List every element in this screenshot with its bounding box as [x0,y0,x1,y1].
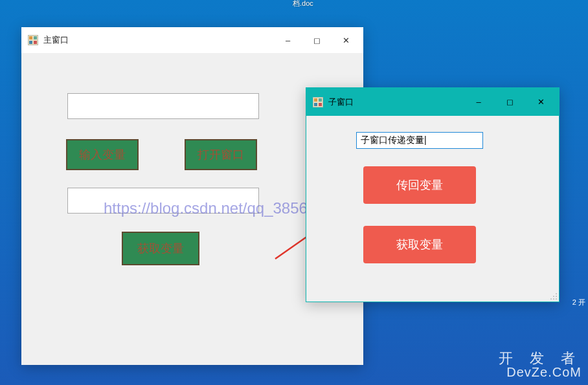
svg-rect-1 [34,36,37,39]
svg-rect-2 [29,41,32,44]
input-variable-button[interactable]: 输入变量 [66,139,139,170]
svg-point-11 [556,296,557,297]
main-window-title: 主窗口 [43,34,273,46]
send-back-variable-button[interactable]: 传回变量 [363,166,476,204]
desktop-side-text: 2 开 [572,298,585,307]
close-button[interactable]: ✕ [332,30,361,50]
minimize-button[interactable]: – [273,30,302,50]
close-button[interactable]: ✕ [525,92,556,113]
svg-rect-6 [319,98,322,102]
winforms-app-icon [28,35,38,45]
winforms-app-icon [313,97,323,107]
branding-cn: 开 发 者 [499,351,582,366]
main-input-bottom[interactable] [67,188,259,214]
svg-point-12 [550,298,552,300]
branding-watermark: 开 发 者 DevZe.CoM [499,351,582,379]
svg-rect-5 [314,98,317,102]
open-window-button[interactable]: 打开窗口 [185,139,257,170]
main-titlebar[interactable]: 主窗口 – ◻ ✕ [21,27,363,53]
minimize-button[interactable]: – [463,92,494,113]
child-window: 子窗口 – ◻ ✕ 传回变量 获取变量 [306,87,560,302]
branding-en: DevZe.CoM [499,366,582,379]
svg-rect-0 [29,36,32,39]
desktop-file-label: 档.doc [293,0,313,8]
main-input-top[interactable] [67,93,259,119]
svg-rect-8 [319,103,322,106]
svg-rect-3 [34,41,37,44]
svg-point-14 [556,298,557,300]
get-variable-button-child[interactable]: 获取变量 [363,226,476,263]
svg-point-13 [553,298,554,300]
svg-point-9 [556,293,557,294]
svg-rect-7 [314,103,317,106]
child-client-area: 传回变量 获取变量 [306,116,559,302]
svg-point-10 [553,296,554,297]
maximize-button[interactable]: ◻ [302,30,332,50]
child-titlebar[interactable]: 子窗口 – ◻ ✕ [306,88,559,116]
maximize-button[interactable]: ◻ [494,92,525,113]
get-variable-button-main[interactable]: 获取变量 [122,232,199,265]
child-window-title: 子窗口 [328,96,463,108]
child-text-input[interactable] [356,132,483,149]
resize-grip-icon[interactable] [550,292,558,300]
